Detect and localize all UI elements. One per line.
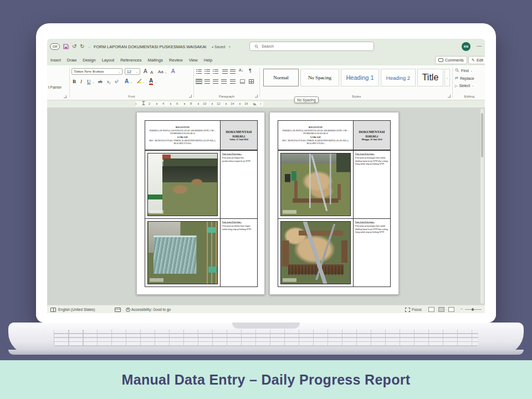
document-page-2[interactable]: KEGIATAN PEKERJAAN INSTALASI PENGOLAHAN …: [269, 112, 399, 295]
zoom-out-icon[interactable]: −: [461, 307, 463, 311]
tab-mailings[interactable]: Mailings: [148, 58, 163, 63]
style-normal[interactable]: Normal: [263, 69, 299, 86]
redo-icon[interactable]: ↻: [80, 44, 84, 49]
sort-icon[interactable]: A↓: [239, 68, 243, 72]
search-input[interactable]: Search: [249, 42, 374, 51]
tab-help[interactable]: Help: [204, 58, 212, 63]
numbered-list-icon[interactable]: [204, 69, 210, 74]
grow-font-button[interactable]: A: [144, 68, 147, 74]
justify-icon[interactable]: [221, 79, 227, 84]
page2-desc-cell-1[interactable]: Foto Jenis Pekerjaan : Pekerjaan pemasan…: [354, 151, 390, 218]
chevron-down-icon[interactable]: ⌄: [142, 81, 145, 84]
tab-insert[interactable]: Insert: [50, 58, 61, 63]
chevron-down-icon[interactable]: ⌄: [93, 81, 95, 84]
multilevel-list-icon[interactable]: [213, 69, 218, 74]
text-effects-button[interactable]: A: [125, 78, 129, 84]
minimize-icon[interactable]: —: [477, 43, 482, 49]
styles-gallery-more-button[interactable]: ⌄: [444, 69, 450, 86]
page2-table[interactable]: KEGIATAN PEKERJAAN INSTALASI PENGOLAHAN …: [278, 120, 391, 287]
autosave-toggle[interactable]: Off: [50, 43, 60, 50]
account-avatar[interactable]: KN: [462, 42, 470, 51]
style-no-spacing[interactable]: No Spacing: [300, 69, 339, 86]
photo-day1-site-preparation[interactable]: [147, 153, 218, 216]
zoom-slider-knob[interactable]: [472, 308, 474, 311]
photo-day2-brick-foundation[interactable]: [280, 221, 351, 284]
clear-formatting-button[interactable]: A: [171, 68, 175, 74]
tab-design[interactable]: Design: [83, 58, 95, 63]
page2-activity-cell[interactable]: KEGIATAN PEKERJAAN INSTALASI PENGOLAHAN …: [278, 121, 354, 150]
save-status[interactable]: • Saved: [212, 45, 225, 49]
decrease-indent-icon[interactable]: [222, 69, 228, 74]
read-mode-view-icon[interactable]: [428, 307, 434, 312]
paragraph-dialog-launcher-icon[interactable]: [255, 95, 258, 98]
align-left-icon[interactable]: [196, 79, 202, 84]
chevron-down-icon[interactable]: ⌄: [155, 81, 157, 84]
photo-day1-steel-sheets[interactable]: [147, 221, 218, 284]
style-title[interactable]: Title: [417, 69, 443, 86]
change-case-button[interactable]: Aa: [158, 69, 163, 74]
chevron-down-icon[interactable]: ⌄: [165, 71, 167, 74]
page1-activity-cell[interactable]: KEGIATAN PEKERJAAN INSTALASI PENGOLAHAN …: [145, 121, 221, 150]
keyboard-icon[interactable]: [115, 308, 121, 312]
accessibility-status[interactable]: Accessibility: Good to go: [131, 308, 171, 311]
zoom-slider[interactable]: [465, 309, 482, 310]
undo-icon[interactable]: ↺: [72, 44, 76, 49]
align-right-icon[interactable]: [213, 79, 218, 84]
pilcrow-icon[interactable]: ¶: [249, 68, 252, 73]
document-canvas[interactable]: KEGIATAN PEKERJAAN INSTALASI PENGOLAHAN …: [47, 108, 485, 305]
font-color-button[interactable]: A: [149, 78, 153, 85]
bullet-list-icon[interactable]: [196, 69, 202, 74]
align-center-icon[interactable]: [204, 79, 210, 84]
page1-dokumentasi-cell[interactable]: DOKUMENTASI HARI KE 1 Sabtu, 15 Juni 202…: [221, 121, 257, 150]
scrollbar-thumb[interactable]: [481, 113, 483, 157]
print-layout-view-icon[interactable]: [438, 307, 444, 312]
line-spacing-icon[interactable]: [230, 79, 236, 84]
page2-desc-cell-2[interactable]: Foto Jenis Pekerjaan : Pekerjaan pemasan…: [354, 219, 390, 287]
page1-photo-cell-1[interactable]: [145, 151, 221, 218]
shrink-font-button[interactable]: A: [150, 70, 153, 75]
save-icon[interactable]: [63, 44, 69, 49]
strikethrough-button[interactable]: ab: [98, 79, 103, 84]
select-button[interactable]: ▷ Select ⌄: [455, 84, 474, 88]
superscript-button[interactable]: x²: [115, 79, 118, 84]
page1-table[interactable]: KEGIATAN PEKERJAAN INSTALASI PENGOLAHAN …: [145, 120, 258, 287]
save-status-chevron-icon[interactable]: ∨: [229, 45, 231, 48]
photo-day2-foundation-work[interactable]: [280, 153, 351, 216]
first-line-indent-marker[interactable]: [142, 101, 145, 105]
subscript-button[interactable]: x₂: [107, 79, 111, 84]
page1-desc-cell-1[interactable]: Foto Jenis Pekerjaan : Pekerjaan persiap…: [221, 151, 257, 218]
font-name-combo[interactable]: Times New Roman ⌄: [71, 68, 122, 75]
font-dialog-launcher-icon[interactable]: [189, 95, 192, 98]
format-painter-label-partial[interactable]: t Painter: [48, 85, 62, 89]
page1-photo-cell-2[interactable]: [145, 219, 221, 287]
shading-icon[interactable]: [240, 79, 245, 84]
editing-mode-button[interactable]: ✎ Edit: [468, 56, 485, 64]
tab-references[interactable]: References: [120, 58, 141, 63]
clipboard-dialog-launcher-icon[interactable]: [64, 95, 66, 98]
highlight-color-button[interactable]: [137, 79, 141, 83]
quick-access-chevron-icon[interactable]: ⌄: [88, 45, 90, 48]
styles-dialog-launcher-icon[interactable]: [448, 95, 451, 98]
page1-desc-cell-2[interactable]: Foto Jenis Pekerjaan : Pekerjaan perakit…: [221, 219, 257, 287]
underline-button[interactable]: U: [87, 79, 91, 84]
style-heading-1[interactable]: Heading 1: [341, 69, 379, 86]
vertical-scrollbar[interactable]: [480, 109, 484, 304]
focus-button[interactable]: Focus: [412, 308, 422, 311]
replace-button[interactable]: ⇄ Replace: [455, 76, 474, 80]
style-heading-2[interactable]: Heading 2: [381, 69, 416, 86]
font-size-combo[interactable]: 12 ⌄: [125, 68, 140, 75]
find-button[interactable]: Find ⌄: [455, 68, 473, 73]
web-layout-view-icon[interactable]: [448, 307, 454, 312]
page2-dokumentasi-cell[interactable]: DOKUMENTASI HARI KE 2 Minggu, 16 Juni 20…: [354, 121, 390, 150]
ruler[interactable]: 2 4 6 8 10 12 14 16: [47, 100, 485, 108]
comments-button[interactable]: Comments: [435, 56, 467, 64]
chevron-down-icon[interactable]: ⌄: [130, 81, 132, 84]
right-indent-marker[interactable]: [253, 103, 257, 105]
page2-photo-cell-1[interactable]: [278, 151, 354, 218]
bold-button[interactable]: B: [73, 79, 76, 84]
document-page-1[interactable]: KEGIATAN PEKERJAAN INSTALASI PENGOLAHAN …: [136, 112, 265, 295]
italic-button[interactable]: I: [80, 79, 82, 84]
borders-icon[interactable]: [249, 79, 254, 84]
proofing-book-icon[interactable]: [50, 308, 56, 312]
tab-layout[interactable]: Layout: [102, 58, 115, 63]
